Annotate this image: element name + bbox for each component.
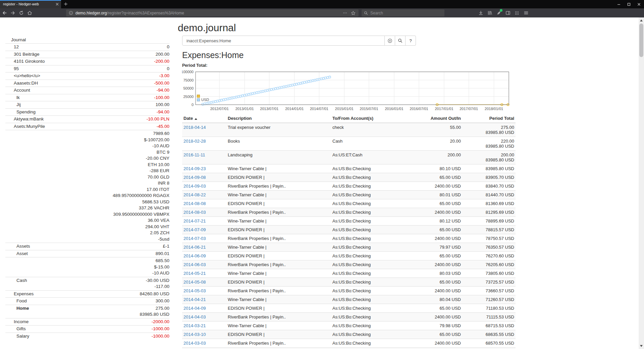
sidebar-account-link[interactable]: Asset — [5, 251, 28, 257]
sidebar-journal-link[interactable]: Journal — [5, 37, 169, 43]
transaction-date-link[interactable]: 2014-06-09 — [183, 253, 206, 258]
transaction-date-link[interactable]: 2014-05-21 — [183, 271, 206, 276]
sidebar-account-link[interactable]: Salary — [5, 333, 29, 340]
sidebar-account-link[interactable]: 4101 Girokonto — [5, 58, 45, 65]
account-balance: -3.00 — [40, 73, 169, 79]
scroll-up-icon[interactable] — [640, 19, 643, 21]
date-cell: 2014-05-08 — [182, 278, 226, 287]
register-chart: 02500050000750001000002012/07/012013/01/… — [182, 68, 511, 113]
bookmark-star-icon[interactable] — [351, 11, 356, 15]
sidebar-account-link[interactable]: Aktywa:mBank — [5, 116, 44, 122]
account-cell: As:US:Bo:Checking — [331, 182, 423, 191]
scrollbar-thumb[interactable] — [639, 23, 643, 57]
description-cell: Wine-Tarner Cable | — [226, 295, 331, 304]
transaction-date-link[interactable]: 2014-04-03 — [183, 314, 206, 319]
transaction-date-link[interactable]: 2014-06-21 — [183, 245, 206, 250]
date-cell: 2014-08-08 — [182, 199, 226, 208]
transaction-date-link[interactable]: 2014-09-23 — [183, 166, 206, 171]
page-actions-icon[interactable] — [343, 11, 347, 15]
transaction-date-link[interactable]: 2014-03-21 — [183, 323, 206, 328]
submit-search-button[interactable] — [395, 36, 406, 46]
transaction-date-link[interactable]: 2014-06-03 — [183, 262, 206, 267]
query-input[interactable] — [182, 36, 385, 46]
minimize-icon[interactable] — [614, 0, 624, 8]
sidebar-account-row: Account-94.00 — [5, 87, 169, 94]
sidebar-account-link[interactable]: 12 — [5, 44, 19, 50]
library-icon[interactable] — [486, 9, 494, 17]
date-cell: 2018-02-28 — [182, 137, 226, 151]
transaction-date-link[interactable]: 2014-07-21 — [183, 218, 206, 223]
column-header-label: Amount Out/In — [431, 116, 461, 121]
date-cell: 2014-04-21 — [182, 295, 226, 304]
sidebar-account-link[interactable]: <u>hello</u> — [5, 73, 40, 79]
transaction-date-link[interactable]: 2014-08-03 — [183, 210, 206, 215]
account-balance: -94.00 — [30, 87, 169, 94]
amount-cell: 80.04 USD — [423, 295, 462, 304]
register-row: 2014-09-23Wine-Tarner Cable |As:US:Bo:Ch… — [182, 164, 516, 173]
sidebar-account-link[interactable]: Gifts — [5, 326, 26, 332]
sidebar-account-link[interactable]: Assets — [5, 243, 30, 250]
column-header: Period Total — [462, 114, 516, 123]
browser-search-bar[interactable]: Search — [362, 9, 444, 16]
description-cell: EDISON POWER | — [226, 173, 331, 182]
register-row: 2014-09-08EDISON POWER |As:US:Bo:Checkin… — [182, 173, 516, 182]
sidebar-account-link[interactable]: Income — [5, 319, 29, 325]
register-row: 2016-11-11LandscapingAs:US:ET:Cash200.00… — [182, 151, 516, 164]
extension-icon[interactable] — [495, 9, 503, 17]
account-cell: Cash — [331, 137, 423, 151]
sidebar-account-link[interactable]: Cash — [5, 278, 27, 290]
transaction-date-link[interactable]: 2014-09-03 — [183, 184, 206, 189]
transaction-date-link[interactable]: 2014-07-09 — [183, 227, 206, 232]
sidebar-account-link[interactable]: Spending — [5, 109, 36, 115]
svg-text:2018/01/01: 2018/01/01 — [485, 107, 503, 111]
transaction-date-link[interactable]: 2018-04-14 — [183, 125, 206, 130]
transaction-date-link[interactable]: 2014-04-21 — [183, 297, 206, 302]
menu-icon[interactable] — [522, 9, 530, 17]
url-bar[interactable]: demo.hledger.org/register?q=inacct%3AExp… — [66, 9, 359, 16]
sidebar-account-link[interactable]: Account — [5, 87, 30, 94]
forward-button[interactable] — [9, 9, 17, 17]
browser-tab[interactable]: register - hledger-web — [0, 0, 61, 8]
sidebar-account-link[interactable]: 95 — [5, 66, 19, 72]
column-header[interactable]: Date — [182, 114, 226, 123]
tab-close-icon[interactable] — [56, 3, 59, 6]
window-close-icon[interactable] — [634, 0, 644, 8]
transaction-date-link[interactable]: 2014-05-03 — [183, 288, 206, 293]
home-button[interactable] — [26, 9, 34, 17]
sidebar-account-link[interactable]: Home — [5, 305, 29, 318]
site-info-icon[interactable] — [69, 11, 73, 15]
scroll-down-icon[interactable] — [640, 345, 643, 347]
sidebar-account-link[interactable]: Aaasets:DH — [5, 80, 38, 87]
transaction-date-link[interactable]: 2014-03-03 — [183, 341, 206, 346]
register-row: 2014-08-22Wine-Tarner Cable |As:US:Bo:Ch… — [182, 191, 516, 199]
sidebar-account-link[interactable]: Expenses — [5, 291, 34, 297]
grid-icon[interactable] — [513, 9, 521, 17]
maximize-icon[interactable] — [624, 0, 634, 8]
transaction-date-link[interactable]: 2016-11-11 — [183, 152, 205, 157]
transaction-date-link[interactable]: 2014-05-08 — [183, 280, 206, 285]
clear-circle-icon — [387, 38, 392, 43]
transaction-date-link[interactable]: 2014-07-03 — [183, 236, 206, 241]
clear-query-button[interactable] — [385, 36, 395, 46]
new-tab-button[interactable] — [63, 2, 68, 6]
sidebar-account-link[interactable]: Asets:MunyPile — [5, 123, 45, 130]
transaction-date-link[interactable]: 2018-02-28 — [183, 139, 206, 144]
sidebar-account-link[interactable]: lk — [5, 95, 20, 101]
transaction-date-link[interactable]: 2014-08-22 — [183, 192, 206, 197]
sidebar-account-link[interactable]: Food — [5, 298, 27, 304]
downloads-icon[interactable] — [477, 9, 485, 17]
account-cell: As:US:Bo:Checking — [331, 269, 423, 278]
sidebar-account-link — [5, 131, 14, 242]
reload-button[interactable] — [17, 9, 25, 17]
sidebar-account-link[interactable]: Jij — [5, 102, 21, 108]
transaction-date-link[interactable]: 2014-09-08 — [183, 175, 206, 180]
transaction-date-link[interactable]: 2014-03-10 — [183, 332, 206, 337]
search-help-button[interactable]: ? — [406, 36, 416, 46]
page-scrollbar[interactable] — [639, 17, 644, 349]
back-button[interactable] — [1, 9, 8, 17]
transaction-date-link[interactable]: 2014-04-09 — [183, 306, 206, 311]
sidebar-toggle-icon[interactable] — [504, 9, 512, 17]
sidebar-account-link[interactable]: 301 Beiträge — [5, 51, 40, 58]
account-balance: 275.0083985.80 USD — [29, 305, 169, 318]
transaction-date-link[interactable]: 2014-08-08 — [183, 201, 206, 206]
